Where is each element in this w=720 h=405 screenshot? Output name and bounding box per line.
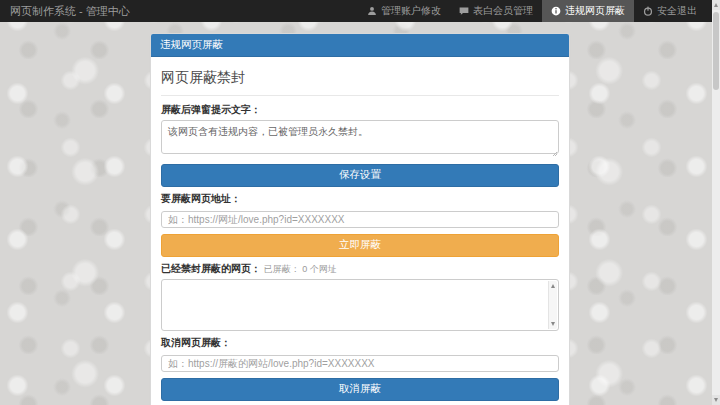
popup-text-input[interactable]: 该网页含有违规内容，已被管理员永久禁封。: [161, 120, 559, 154]
block-panel-header: 违规网页屏蔽: [151, 34, 569, 57]
block-panel: 违规网页屏蔽 网页屏蔽禁封 屏蔽后弹窗提示文字： 该网页含有违规内容，已被管理员…: [150, 33, 570, 405]
divider: [161, 95, 559, 96]
nav-item-label: 违规网页屏蔽: [565, 4, 625, 18]
nav-item-logout[interactable]: 安全退出: [634, 0, 706, 22]
unblock-button[interactable]: 取消屏蔽: [161, 378, 559, 401]
nav-item-label: 表白会员管理: [473, 4, 533, 18]
power-icon: [643, 6, 653, 16]
user-icon: [367, 6, 377, 16]
nav-item-members[interactable]: 表白会员管理: [450, 0, 542, 22]
blocked-list-wrap: [161, 279, 559, 331]
scrollbar-thumb[interactable]: [713, 12, 719, 90]
top-navbar: 网页制作系统 - 管理中心 管理账户修改 表白会员管理 违规网页屏蔽 安全退出: [0, 0, 720, 22]
app-title: 网页制作系统 - 管理中心: [10, 0, 130, 22]
unblock-url-input[interactable]: [161, 355, 559, 372]
textarea-resize-grip[interactable]: [550, 149, 557, 156]
block-panel-body: 网页屏蔽禁封 屏蔽后弹窗提示文字： 该网页含有违规内容，已被管理员永久禁封。 保…: [151, 57, 569, 405]
block-url-input[interactable]: [161, 211, 559, 228]
nav-item-block-pages[interactable]: 违规网页屏蔽: [542, 0, 634, 22]
popup-text-label: 屏蔽后弹窗提示文字：: [161, 103, 559, 117]
scroll-up-arrow[interactable]: [551, 284, 555, 288]
main-container: 违规网页屏蔽 网页屏蔽禁封 屏蔽后弹窗提示文字： 该网页含有违规内容，已被管理员…: [150, 33, 570, 405]
blocked-count-note: 已屏蔽： 0 个网址: [264, 264, 337, 274]
comment-icon: [459, 6, 469, 16]
blocked-list-textarea[interactable]: [162, 280, 558, 330]
unblock-label: 取消网页屏蔽：: [161, 336, 559, 350]
nav-item-label: 安全退出: [657, 4, 697, 18]
blocked-list-label: 已经禁封屏蔽的网页： 已屏蔽： 0 个网址: [161, 262, 559, 276]
page-title: 网页屏蔽禁封: [161, 69, 559, 87]
blocked-list-label-text: 已经禁封屏蔽的网页：: [161, 263, 261, 274]
page-scrollbar[interactable]: [712, 0, 720, 405]
scrollbar-up-arrow[interactable]: [712, 0, 720, 10]
navbar-menu: 管理账户修改 表白会员管理 违规网页屏蔽 安全退出: [358, 0, 706, 22]
scrollbar-down-arrow[interactable]: [712, 395, 720, 405]
block-now-button[interactable]: 立即屏蔽: [161, 234, 559, 257]
info-icon: [551, 6, 561, 16]
save-settings-button[interactable]: 保存设置: [161, 164, 559, 187]
scroll-down-arrow[interactable]: [551, 322, 555, 326]
block-url-label: 要屏蔽网页地址：: [161, 192, 559, 206]
nav-item-account[interactable]: 管理账户修改: [358, 0, 450, 22]
blocked-list-scrollbar[interactable]: [548, 281, 557, 329]
nav-item-label: 管理账户修改: [381, 4, 441, 18]
